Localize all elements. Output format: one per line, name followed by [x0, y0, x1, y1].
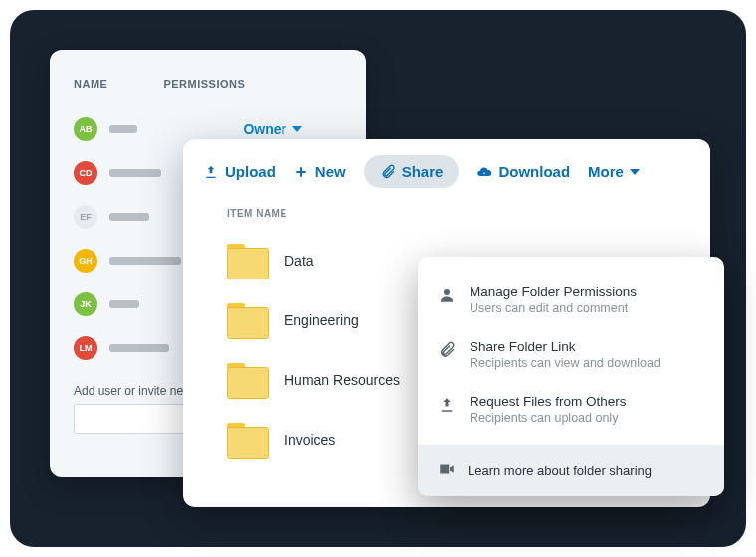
folder-icon — [227, 363, 267, 397]
folder-icon — [227, 244, 267, 278]
plus-icon — [293, 164, 309, 180]
toolbar: Upload New Share Download More — [203, 155, 690, 188]
menu-item-title: Manage Folder Permissions — [470, 284, 637, 299]
share-menu: Manage Folder PermissionsUsers can edit … — [418, 257, 724, 496]
svg-point-0 — [444, 289, 450, 295]
share-menu-item[interactable]: Share Folder LinkRecipients can view and… — [418, 329, 724, 384]
avatar: GH — [74, 249, 97, 273]
share-label: Share — [402, 163, 444, 180]
menu-item-subtitle: Users can edit and comment — [470, 301, 637, 315]
column-header-permissions: PERMISSIONS — [163, 78, 245, 90]
app-stage: NAME PERMISSIONS ABOwnerCDEFGHJKLM Add u… — [10, 10, 746, 547]
paperclip-icon — [380, 164, 396, 180]
avatar: AB — [74, 117, 97, 141]
folder-icon — [227, 423, 267, 457]
item-name-header: ITEM NAME — [227, 208, 690, 219]
avatar: LM — [74, 336, 97, 360]
person-icon — [438, 286, 456, 315]
new-label: New — [315, 163, 346, 180]
chevron-down-icon — [292, 126, 302, 132]
menu-item-subtitle: Recipients can view and download — [470, 356, 661, 370]
download-label: Download — [498, 163, 570, 180]
user-name-placeholder — [109, 257, 181, 265]
folder-name: Data — [284, 253, 314, 269]
menu-item-title: Share Folder Link — [470, 339, 661, 354]
folder-name: Engineering — [284, 312, 359, 328]
learn-more-item[interactable]: Learn more about folder sharing — [418, 445, 724, 496]
upload-label: Upload — [225, 163, 276, 180]
user-name-placeholder — [109, 344, 169, 352]
user-name-placeholder — [109, 169, 161, 177]
upload-icon — [203, 164, 219, 180]
paperclip-icon — [438, 341, 456, 370]
menu-item-title: Request Files from Others — [470, 394, 627, 409]
avatar: CD — [74, 161, 97, 185]
share-menu-item[interactable]: Manage Folder PermissionsUsers can edit … — [418, 275, 724, 329]
download-button[interactable]: Download — [476, 163, 570, 180]
cloud-download-icon — [476, 164, 492, 180]
share-menu-item[interactable]: Request Files from OthersRecipients can … — [418, 384, 724, 439]
upload-button[interactable]: Upload — [203, 163, 276, 180]
avatar: JK — [74, 292, 97, 316]
more-label: More — [588, 163, 624, 180]
menu-item-subtitle: Recipients can upload only — [470, 411, 627, 425]
user-name-placeholder — [109, 213, 149, 221]
avatar: EF — [74, 205, 97, 229]
share-button[interactable]: Share — [364, 155, 460, 188]
new-button[interactable]: New — [293, 163, 346, 180]
folder-name: Human Resources — [284, 372, 400, 388]
chevron-down-icon — [630, 169, 640, 175]
column-header-name: NAME — [74, 78, 107, 90]
permission-label: Owner — [243, 121, 286, 137]
video-icon — [438, 461, 456, 482]
folder-icon — [227, 303, 267, 337]
folder-name: Invoices — [284, 432, 335, 448]
user-name-placeholder — [109, 300, 139, 308]
upload-icon — [438, 396, 456, 425]
learn-more-label: Learn more about folder sharing — [468, 464, 652, 478]
more-button[interactable]: More — [588, 163, 640, 180]
permission-dropdown[interactable]: Owner — [243, 121, 342, 137]
user-name-placeholder — [109, 125, 137, 133]
